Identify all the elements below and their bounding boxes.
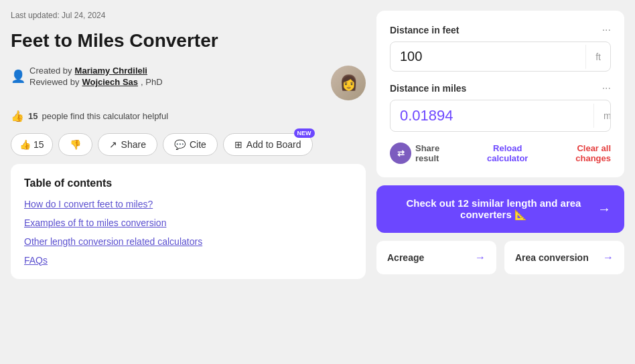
share-icon: ↗ <box>109 139 117 150</box>
field1-input-wrapper: ft <box>390 41 611 72</box>
toc-link-1[interactable]: How do I convert feet to miles? <box>24 199 352 209</box>
page-title: Feet to Miles Converter <box>11 29 366 52</box>
field1-row: Distance in feet ··· ft <box>390 24 611 72</box>
thumbsdown-icon: 👎 <box>70 139 81 150</box>
toc-card: Table of contents How do I convert feet … <box>11 164 366 279</box>
acreage-arrow-icon: → <box>475 252 486 264</box>
reviewed-by-label: Reviewed by <box>29 77 79 87</box>
new-badge: NEW <box>294 128 315 138</box>
field2-row: Distance in miles ··· mi <box>390 82 611 132</box>
action-buttons-row: 👍 15 👎 ↗ Share 💬 Cite NEW ⊞ Add to Board <box>11 133 366 156</box>
person-icon: 👤 <box>11 69 25 84</box>
author-section: 👤 Created by Mariamy Chrdileli Reviewed … <box>11 66 163 88</box>
reload-calculator-button[interactable]: Reload calculator <box>487 143 528 163</box>
field1-label: Distance in feet <box>390 25 459 35</box>
add-to-board-button[interactable]: NEW ⊞ Add to Board <box>223 133 313 156</box>
helpful-count: 15 <box>28 111 38 121</box>
promo-arrow-icon: → <box>597 201 611 217</box>
field1-menu-icon[interactable]: ··· <box>602 24 611 36</box>
toc-link-3[interactable]: Other length conversion related calculat… <box>24 236 352 247</box>
reload-label: Reload calculator <box>487 143 528 163</box>
related-card-area[interactable]: Area conversion → <box>504 241 624 274</box>
dislike-button[interactable]: 👎 <box>58 133 92 156</box>
promo-banner[interactable]: Check out 12 similar length and area con… <box>376 185 624 233</box>
like-button[interactable]: 👍 15 <box>11 133 53 156</box>
add-board-label: Add to Board <box>246 139 301 150</box>
cite-icon: 💬 <box>174 139 186 150</box>
board-icon: ⊞ <box>234 139 242 150</box>
reviewer-name-link[interactable]: Wojciech Sas <box>82 77 138 87</box>
clear-changes-button[interactable]: Clear all changes <box>575 143 611 163</box>
helpful-text: people find this calculator helpful <box>42 111 168 121</box>
thumbsup-icon: 👍 <box>11 110 24 122</box>
share-result-button[interactable]: ⇄ Share result <box>390 143 439 164</box>
related-card-acreage[interactable]: Acreage → <box>376 241 496 274</box>
like-count: 15 <box>33 139 44 150</box>
share-label: Share <box>121 139 146 150</box>
field2-menu-icon[interactable]: ··· <box>602 82 611 94</box>
clear-label: Clear all changes <box>575 143 611 163</box>
left-panel: Last updated: Jul 24, 2024 Feet to Miles… <box>11 11 366 353</box>
author-name-link[interactable]: Mariamy Chrdileli <box>75 66 147 76</box>
created-by-label: Created by <box>29 66 72 76</box>
thumbsup-btn-icon: 👍 <box>19 139 31 150</box>
acreage-label: Acreage <box>387 252 424 263</box>
toc-link-2[interactable]: Examples of ft to miles conversion <box>24 217 352 228</box>
last-updated: Last updated: Jul 24, 2024 <box>11 11 366 20</box>
share-arrows-icon: ⇄ <box>397 149 405 159</box>
miles-input[interactable] <box>391 100 593 131</box>
promo-text: Check out 12 similar length and area con… <box>390 197 597 221</box>
calculator-card: Distance in feet ··· ft Distance in mile… <box>376 11 624 177</box>
related-cards-row: Acreage → Area conversion → <box>376 241 624 274</box>
toc-link-4[interactable]: FAQs <box>24 255 352 266</box>
share-button[interactable]: ↗ Share <box>98 133 157 156</box>
helpful-line: 👍 15 people find this calculator helpful <box>11 110 366 122</box>
toc-title: Table of contents <box>24 177 352 189</box>
right-panel: Distance in feet ··· ft Distance in mile… <box>376 11 624 353</box>
calc-actions: ⇄ Share result Reload calculator Clear a… <box>390 143 611 164</box>
field2-label: Distance in miles <box>390 83 466 94</box>
area-conversion-label: Area conversion <box>515 252 589 263</box>
field2-input-wrapper: mi <box>390 100 611 132</box>
cite-button[interactable]: 💬 Cite <box>163 133 218 156</box>
share-result-label: Share result <box>415 143 439 163</box>
cite-label: Cite <box>190 139 206 150</box>
field1-unit: ft <box>585 45 610 69</box>
avatar: 👩 <box>331 66 366 100</box>
reviewer-suffix: , PhD <box>141 77 163 87</box>
field2-unit: mi <box>593 104 611 128</box>
share-circle-icon: ⇄ <box>390 143 411 164</box>
area-arrow-icon: → <box>603 252 614 264</box>
feet-input[interactable] <box>391 42 585 71</box>
